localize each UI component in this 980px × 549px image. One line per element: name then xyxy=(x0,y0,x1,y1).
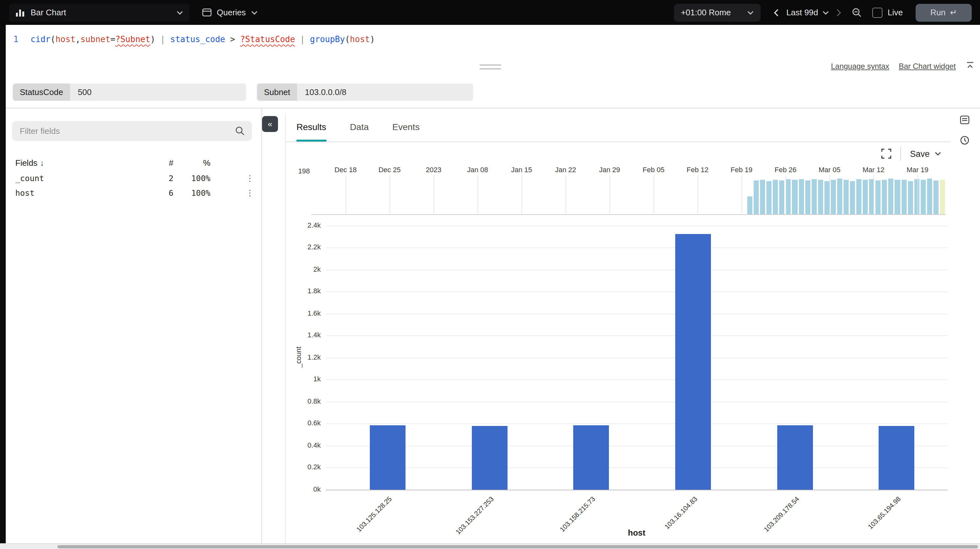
fullscreen-icon xyxy=(881,148,891,159)
query-token: > xyxy=(225,35,240,44)
bar-cell: 103.65.194.98 xyxy=(846,226,948,490)
timeline-bar[interactable] xyxy=(850,181,855,214)
search-icon xyxy=(235,126,245,136)
timeline-bar[interactable] xyxy=(754,180,759,214)
queries-select[interactable]: Queries xyxy=(202,8,257,17)
query-editor[interactable]: 1 cidr(host,subnet=?Subnet) | status_cod… xyxy=(13,35,375,44)
parameter-value-input[interactable]: 500 xyxy=(70,84,246,101)
parameter-value-input[interactable]: 103.0.0.0/8 xyxy=(297,84,473,101)
timeline-gridline xyxy=(477,175,478,214)
kebab-menu-icon[interactable]: ⋮ xyxy=(244,188,256,198)
timeline-bar[interactable] xyxy=(843,180,849,214)
zoom-out-button[interactable] xyxy=(852,7,862,18)
save-label: Save xyxy=(910,149,930,158)
field-name: host xyxy=(15,188,35,198)
query-text[interactable]: cidr(host,subnet=?Subnet) | status_code … xyxy=(30,35,375,44)
query-token: status_code xyxy=(170,35,225,44)
horizontal-scrollbar[interactable] xyxy=(0,543,980,549)
timeline-bar[interactable] xyxy=(856,179,861,214)
timeline-chart: 198 Dec 18Dec 252023Jan 08Jan 15Jan 22Ja… xyxy=(286,164,951,215)
language-syntax-link[interactable]: Language syntax xyxy=(831,62,889,71)
bar[interactable] xyxy=(675,234,711,490)
tab-data[interactable]: Data xyxy=(350,113,369,142)
query-token: ( xyxy=(345,35,350,44)
timeline-bar[interactable] xyxy=(824,181,829,214)
sort-descending-icon[interactable]: ↓ xyxy=(40,158,44,168)
y-tick-label: 0.2k xyxy=(286,463,321,471)
timeline-bar[interactable] xyxy=(792,180,797,214)
field-name: _count xyxy=(15,173,44,183)
timeline-bar[interactable] xyxy=(818,180,823,214)
timeline-bar[interactable] xyxy=(895,180,900,214)
time-range-label: Last 99d xyxy=(786,8,818,17)
fullscreen-button[interactable] xyxy=(881,148,891,159)
scrollbar-thumb[interactable] xyxy=(57,545,978,548)
query-token: ( xyxy=(50,35,56,44)
bar-chart-widget-link[interactable]: Bar Chart widget xyxy=(899,62,956,71)
timeline-ymax-label: 198 xyxy=(286,167,310,175)
parameter-chip: StatusCode500 xyxy=(13,84,246,101)
timeline-bar[interactable] xyxy=(863,180,868,214)
bar[interactable] xyxy=(471,426,507,490)
timezone-select[interactable]: +01:00 Rome xyxy=(674,3,761,21)
save-button[interactable]: Save xyxy=(910,149,941,158)
timeline-bar[interactable] xyxy=(799,179,804,214)
timeline-bar[interactable] xyxy=(901,180,906,214)
timeline-bar[interactable] xyxy=(908,181,913,214)
timeline-bar[interactable] xyxy=(940,180,945,214)
timeline-bar[interactable] xyxy=(934,180,939,214)
kebab-menu-icon[interactable]: ⋮ xyxy=(244,173,256,183)
bar-x-label: 103.16.104.83 xyxy=(663,495,698,530)
bar-x-label: 103.65.194.98 xyxy=(866,495,902,530)
timeline-bar[interactable] xyxy=(780,180,784,214)
previous-range-button[interactable] xyxy=(770,6,783,19)
bar[interactable] xyxy=(777,425,813,490)
bar-x-label: 103.209.178.54 xyxy=(762,495,800,533)
bar[interactable] xyxy=(879,426,914,490)
field-row[interactable]: host6100%⋮ xyxy=(6,188,262,203)
timeline-gridline xyxy=(918,175,918,214)
field-percent: 100% xyxy=(173,188,210,198)
timeline-bar[interactable] xyxy=(888,178,894,214)
view-type-select[interactable]: Bar Chart xyxy=(9,3,189,21)
timeline-tick-label: Jan 29 xyxy=(599,166,620,173)
collapse-editor-button[interactable] xyxy=(966,61,974,70)
bar-x-label: 103.158.215.73 xyxy=(558,495,597,533)
timeline-bar[interactable] xyxy=(747,196,752,214)
y-tick-label: 1.4k xyxy=(286,331,321,339)
topbar-left: Bar Chart Queries xyxy=(0,0,257,25)
live-checkbox[interactable] xyxy=(872,7,883,18)
timeline-baseline xyxy=(311,214,945,215)
timeline-bar[interactable] xyxy=(767,181,772,214)
next-range-button[interactable] xyxy=(833,6,845,19)
timeline-bar[interactable] xyxy=(760,180,765,214)
y-tick-label: 0.8k xyxy=(286,397,321,405)
bar[interactable] xyxy=(573,425,609,490)
timeline-bar[interactable] xyxy=(914,179,919,214)
timeline-bar[interactable] xyxy=(786,179,791,214)
timeline-bar[interactable] xyxy=(811,179,816,214)
editor-resize-handle[interactable] xyxy=(479,64,501,72)
timeline-gridline xyxy=(434,175,434,214)
query-history-button[interactable] xyxy=(959,135,970,145)
filter-fields-input[interactable] xyxy=(12,121,252,141)
tab-events[interactable]: Events xyxy=(393,113,420,142)
collapse-fields-panel-button[interactable]: « xyxy=(262,116,278,132)
query-token: ) xyxy=(370,35,375,44)
timeline-bar[interactable] xyxy=(927,178,932,214)
timeline-bar[interactable] xyxy=(876,180,881,214)
run-button[interactable]: Run ↵ xyxy=(916,3,972,21)
timeline-bar[interactable] xyxy=(837,178,842,214)
timeline-bar[interactable] xyxy=(805,180,810,214)
details-panel-button[interactable] xyxy=(959,115,970,125)
field-row[interactable]: _count2100%⋮ xyxy=(6,173,262,188)
timeline-bar[interactable] xyxy=(920,180,926,214)
time-range-select[interactable]: Last 99d xyxy=(786,8,829,17)
bar[interactable] xyxy=(370,425,406,490)
y-tick-label: 0k xyxy=(286,485,321,493)
timeline-bar[interactable] xyxy=(773,180,778,214)
tab-results[interactable]: Results xyxy=(296,113,326,142)
timeline-bar[interactable] xyxy=(882,180,887,214)
results-toolbar: Save xyxy=(881,145,941,162)
timeline-bar[interactable] xyxy=(831,180,836,214)
